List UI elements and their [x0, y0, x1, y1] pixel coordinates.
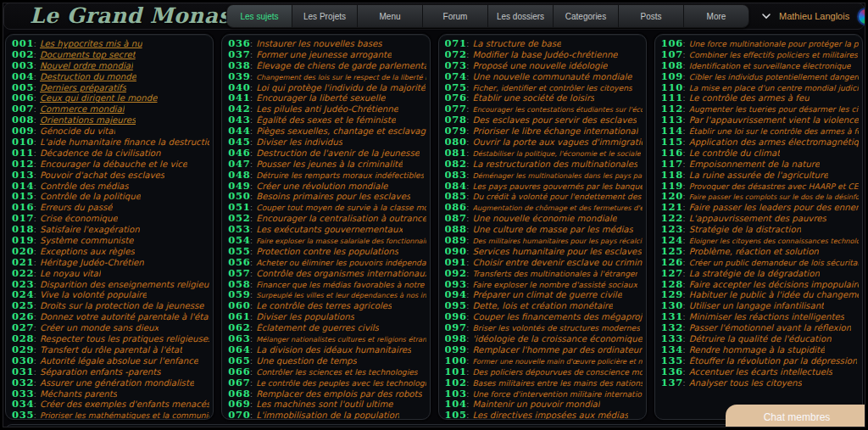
tab-categories[interactable]: Categories [554, 5, 619, 27]
item-link[interactable]: Créer un monde sans dieux [40, 323, 159, 333]
item-link[interactable]: Transfert du rôle parental à l'état [40, 345, 182, 355]
item-link[interactable]: La stratégie de la dégradation [689, 269, 820, 279]
item-link[interactable]: Assurer une génération mondialiste [40, 378, 194, 388]
item-link[interactable]: Financer que les médias favorables à not… [256, 280, 426, 290]
item-link[interactable]: Étouffer la révolution par la dépression [689, 356, 858, 366]
item-link[interactable]: Contrôle des organismes internationaux [256, 269, 426, 279]
item-link[interactable]: Le noyau vital [40, 269, 101, 279]
item-link[interactable]: Analyser tous les citoyens [689, 378, 802, 388]
item-link[interactable]: La restructuration des multinationales [473, 159, 638, 170]
chat-members-button[interactable]: Chat membres [726, 405, 868, 430]
item-link[interactable]: Prioriser le libre échange international [473, 126, 638, 137]
item-link[interactable]: Ceux qui dirigent le monde [40, 93, 158, 103]
item-link[interactable]: Augmentation de chômage et des fermeture… [473, 203, 643, 213]
item-link[interactable]: Derniers préparatifs [40, 83, 126, 93]
item-link[interactable]: Protection contre les populations [256, 247, 398, 257]
item-link[interactable]: Crise économique [40, 214, 118, 224]
item-link[interactable]: Passer l'émotionnel avant la réflexion [689, 323, 851, 333]
item-link[interactable]: Des militaires humanitaires pour les pay… [473, 236, 643, 246]
item-link[interactable]: Briser les volontés de structures modern… [473, 323, 640, 333]
item-link[interactable]: Pièges sexuelles, chantage et esclavage [256, 126, 426, 137]
item-link[interactable]: Satisfaire l'exagération [40, 225, 140, 235]
item-link[interactable]: Une question de temps [256, 356, 357, 366]
user-name[interactable]: Mathieu Langlois [779, 11, 849, 21]
item-link[interactable]: Erreurs du passé [40, 203, 113, 213]
item-link[interactable]: Une nouvelle économie mondiale [473, 214, 617, 224]
item-link[interactable]: Faire accepter les décisions impopulaire… [689, 280, 859, 290]
item-link[interactable]: Changement des lois sur le respect de la… [256, 72, 426, 82]
item-link[interactable]: Encourager la liberté sexuelle [256, 93, 385, 103]
item-link[interactable]: Établir une société de loisirs [473, 93, 595, 103]
item-link[interactable]: Les machines sont l'outil ultime [256, 399, 392, 410]
item-link[interactable]: Créer des exemples d'enfants menacés [40, 399, 209, 410]
item-link[interactable]: Services humanitaire pour les esclaves [473, 247, 642, 257]
item-link[interactable]: Instaurer les nouvelles bases [256, 39, 381, 49]
item-link[interactable]: Décadence de la civilisation [40, 148, 161, 159]
item-link[interactable]: La mise en place d'un centre mondial jud… [689, 83, 859, 93]
item-link[interactable]: Identification et surveillance électroni… [689, 61, 851, 71]
item-link[interactable]: Diviser les individus [256, 137, 342, 148]
item-link[interactable]: Autorité légale absolue sur l'enfance [40, 356, 198, 366]
item-link[interactable]: Encourager la centralisation à outrance [256, 214, 426, 224]
item-link[interactable]: Diviser les populations [256, 312, 354, 322]
item-link[interactable]: Méchants parents [40, 389, 117, 399]
item-link[interactable]: Accentuer les écarts intellectuels [689, 367, 832, 377]
item-link[interactable]: Créer une révolution mondiale [256, 181, 387, 192]
item-link[interactable]: Le contrôle des terres agricoles [256, 301, 392, 311]
item-link[interactable]: Une nouvelle communauté mondiale [473, 72, 632, 82]
item-link[interactable]: Héritage Judéo-Chrétien [40, 258, 144, 268]
item-link[interactable]: Remplacer des emplois par des robots [256, 389, 422, 399]
item-link[interactable]: Destruction de l'avenir de la jeunesse [256, 148, 420, 159]
item-link[interactable]: Ouvrir la porte aux vagues d'immigration… [473, 137, 643, 148]
item-link[interactable]: Habituer le public à l'idée du changemen… [689, 290, 859, 300]
item-link[interactable]: Problème, réaction et solution [689, 247, 819, 257]
item-link[interactable]: Provoquer des désastres avec HAARP et CE… [689, 181, 859, 192]
item-link[interactable]: Les directives imposées aux médias [473, 410, 629, 420]
item-link[interactable]: Détruire la qualité de l'éducation [689, 334, 832, 344]
item-link[interactable]: Surpeuplé les villes et leur dépendances… [256, 290, 426, 300]
item-link[interactable]: Nouvel ordre mondial [40, 61, 133, 71]
item-link[interactable]: Bases militaires entre les mains des nat… [473, 378, 643, 388]
item-link[interactable]: Remplacer l'homme par des ordinateurs [473, 345, 643, 355]
item-link[interactable]: Utiliser un langage infantilisant [689, 301, 824, 311]
site-logo[interactable]: Le Grand Monast [11, 3, 226, 29]
item-link[interactable]: Former une nouvelle main d'œuvre policiè… [473, 356, 643, 366]
avatar[interactable] [857, 8, 868, 25]
item-link[interactable]: 'idéologie de la croissance économique [473, 334, 643, 344]
tab-les-dossiers[interactable]: Les dossiers [488, 5, 554, 27]
item-link[interactable]: Préparer un climat de guerre civile [473, 290, 622, 300]
item-link[interactable]: Éclatement de guerres civils [256, 323, 379, 333]
tab-menu[interactable]: Menu [358, 5, 423, 27]
item-link[interactable]: Combiner les effectifs policiers et mili… [689, 50, 858, 60]
item-link[interactable]: Couper les financements des mégaprojets [473, 312, 643, 322]
item-link[interactable]: Modifier la base Judéo-chrétienne [473, 50, 618, 60]
item-link[interactable]: Détruire les remparts moraux indéfectibl… [256, 170, 424, 181]
item-link[interactable]: Pousser les jeunes à la criminalité [256, 159, 403, 170]
item-link[interactable]: Des esclaves pour servir des esclaves [473, 115, 637, 126]
item-link[interactable]: La division des idéaux humanitaires [256, 345, 411, 355]
chevron-down-icon[interactable] [761, 12, 771, 20]
item-link[interactable]: Loi qui protège l'individu de la majorit… [256, 83, 426, 93]
item-link[interactable]: Par l'appauvrissement vient la violence [689, 115, 859, 126]
item-link[interactable]: La structure de base [473, 39, 562, 49]
item-link[interactable]: Disparition des enseignements religieux [40, 280, 209, 290]
item-link[interactable]: Élevage de chiens de garde parlementaire [256, 61, 426, 71]
item-link[interactable]: L'immobilisation de la population [256, 410, 399, 420]
item-link[interactable]: Contrôler les sciences et les technologi… [256, 367, 417, 377]
item-link[interactable]: Proposé une nouvelle idéologie [473, 61, 608, 71]
item-link[interactable]: Génocide du vital [40, 126, 115, 137]
item-link[interactable]: Séparation enfants -parents [40, 367, 161, 377]
item-link[interactable]: Une culture de masse par les médias [473, 225, 633, 235]
item-link[interactable]: Cibler les individus potentiellement dan… [689, 72, 859, 82]
item-link[interactable]: Prioriser les mathématiques et la commun… [40, 410, 209, 420]
item-link[interactable]: Droits sur la protection de la jeunesse [40, 301, 204, 311]
item-link[interactable]: Faire exploser la masse salariale des fo… [256, 236, 426, 246]
item-link[interactable]: Système communiste [40, 236, 134, 246]
item-link[interactable]: Choisir entre devenir esclave ou crimine… [473, 258, 643, 268]
item-link[interactable]: Le contrôle des peuples avec les technol… [256, 378, 426, 388]
item-link[interactable]: Couper tout moyen de survie à la classe … [256, 203, 426, 213]
item-link[interactable]: Les hypocrites mis à nu [40, 39, 142, 49]
item-link[interactable]: Éloigner les citoyens des connaissances … [689, 236, 859, 246]
item-link[interactable]: Maintenir un pouvoir mondial [473, 399, 600, 410]
item-link[interactable]: Le contrôle des armes à feu [689, 93, 810, 103]
